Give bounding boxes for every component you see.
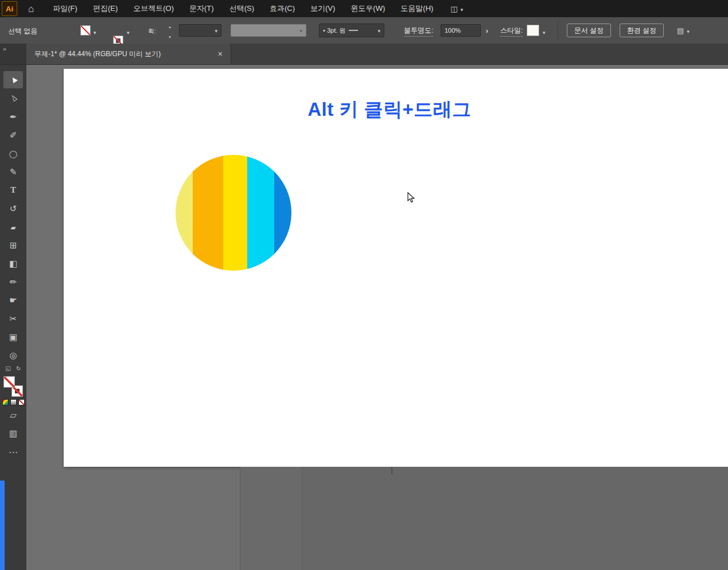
arrange-documents-icon (677, 25, 684, 36)
artboard-tool[interactable] (3, 328, 23, 345)
opacity-panel-arrow[interactable] (483, 25, 491, 36)
artboard (64, 69, 728, 467)
more-tools-icon[interactable] (3, 443, 23, 460)
menu-type[interactable]: 문자(T) (189, 3, 214, 14)
document-tab[interactable]: 무제-1* @ 44.44% (RGB/GPU 미리 보기) × (26, 44, 231, 64)
gradient-tool-icon (9, 259, 17, 268)
rotate-view-icon[interactable] (16, 365, 21, 372)
zoom-tool-icon (9, 351, 17, 360)
style-label[interactable]: 스타일: (500, 26, 523, 37)
pencil-tool-icon (10, 167, 17, 176)
type-tool[interactable] (3, 181, 23, 198)
direct-selection-tool-icon (10, 94, 17, 103)
menu-edit[interactable]: 편집(E) (93, 3, 118, 14)
menu-file[interactable]: 파일(F) (53, 3, 77, 14)
direct-selection-tool[interactable] (3, 89, 23, 107)
chevron-down-icon (461, 3, 464, 14)
eraser-tool[interactable] (3, 218, 23, 235)
color-button[interactable] (2, 399, 9, 405)
menu-view[interactable]: 보기(V) (310, 3, 335, 14)
document-setup-button[interactable]: 문서 설정 (567, 24, 611, 37)
menu-window[interactable]: 윈도우(W) (351, 3, 385, 14)
pen-tool-icon (10, 112, 17, 121)
pen-tool[interactable] (3, 108, 23, 125)
menu-help[interactable]: 도움말(H) (400, 3, 433, 14)
free-transform-tool[interactable] (3, 236, 23, 253)
document-tab-title: 무제-1* @ 44.44% (RGB/GPU 미리 보기) (34, 49, 161, 59)
selection-tool-icon (9, 76, 18, 84)
menu-object[interactable]: 오브젝트(O) (133, 3, 174, 14)
canvas[interactable]: Alt 키 클릭+드래그 (26, 65, 728, 570)
navigate-artboard-icon[interactable] (6, 365, 11, 372)
tab-bar: 무제-1* @ 44.44% (RGB/GPU 미리 보기) × (0, 44, 728, 65)
free-transform-tool-icon (10, 241, 17, 249)
circle-stripe-2 (223, 155, 247, 271)
stepper-down-icon[interactable] (169, 30, 171, 41)
home-icon[interactable] (28, 4, 34, 14)
ellipse-tool-icon (9, 149, 18, 158)
zoom-tool[interactable] (3, 346, 23, 364)
stroke-chevron-icon[interactable] (127, 26, 130, 37)
rotate-tool-icon (10, 204, 17, 213)
selection-status: 선택 없음 (8, 26, 37, 36)
fill-indicator[interactable] (3, 376, 15, 388)
opacity-input[interactable]: 100% (441, 24, 481, 37)
chevron-down-icon (215, 27, 217, 34)
divider (558, 22, 558, 39)
pasteboard-shade-right (302, 467, 728, 570)
selection-tool[interactable] (3, 71, 23, 88)
stepper-up-icon[interactable] (169, 20, 171, 30)
workspace-switcher[interactable] (450, 3, 463, 14)
left-scrollbar[interactable] (0, 481, 5, 570)
rotate-tool[interactable] (3, 200, 23, 217)
chevron-down-icon (299, 27, 302, 34)
eyedropper-tool-icon (10, 278, 17, 286)
workspace-grid-icon (450, 3, 457, 14)
arrange-documents-control[interactable] (677, 25, 690, 36)
draw-mode-icon[interactable] (3, 407, 23, 424)
collapse-panel-icon[interactable] (3, 45, 6, 52)
brush-tool-icon (10, 131, 17, 139)
ellipse-tool[interactable] (3, 145, 23, 162)
chevron-down-icon (687, 25, 690, 36)
canvas-annotation: Alt 키 클릭+드래그 (278, 97, 501, 123)
menu-select[interactable]: 선택(S) (229, 3, 254, 14)
close-tab-icon[interactable]: × (212, 49, 223, 58)
app-icon[interactable]: Ai (2, 1, 17, 16)
slice-tool[interactable] (3, 310, 23, 327)
style-swatch[interactable] (527, 25, 539, 36)
eyedropper-tool[interactable] (3, 273, 23, 290)
menu-effect[interactable]: 효과(C) (270, 3, 295, 14)
app-icon-label: Ai (6, 5, 13, 13)
stroke-weight-label: 획: (148, 27, 156, 36)
artboard-tool-icon (9, 333, 17, 341)
striped-circle[interactable] (176, 155, 291, 271)
gradient-tool[interactable] (3, 255, 23, 272)
menu-items: 파일(F)편집(E)오브젝트(O)문자(T)선택(S)효과(C)보기(V)윈도우… (53, 3, 433, 14)
stroke-weight-stepper[interactable] (166, 24, 173, 37)
circle-stripe-3 (247, 155, 274, 271)
preferences-button[interactable]: 환경 설정 (620, 24, 664, 37)
illustrator-window: Ai 파일(F)편집(E)오브젝트(O)문자(T)선택(S)효과(C)보기(V)… (0, 0, 728, 570)
screen-mode-icon[interactable] (3, 425, 23, 442)
eraser-tool-icon (10, 222, 15, 231)
panel-collapse-strip (0, 44, 26, 64)
pasteboard-shade-mid (240, 467, 302, 570)
hand-tool-icon (9, 296, 17, 304)
circle-stripe-1 (193, 155, 223, 271)
opacity-label[interactable]: 불투명도: (404, 26, 433, 37)
none-button[interactable] (18, 399, 25, 405)
brush-definition-dropdown[interactable]: • 3pt. 원 (319, 24, 384, 37)
chevron-down-icon (377, 27, 380, 34)
hand-tool[interactable] (3, 291, 23, 309)
gradient-button[interactable] (10, 399, 17, 405)
pencil-tool[interactable] (3, 163, 23, 180)
fill-color-swatch[interactable] (80, 25, 91, 36)
brush-tool[interactable] (3, 126, 23, 143)
style-chevron-icon[interactable] (543, 26, 546, 37)
stroke-weight-dropdown[interactable] (179, 24, 221, 37)
menu-bar: Ai 파일(F)편집(E)오브젝트(O)문자(T)선택(S)효과(C)보기(V)… (0, 0, 728, 17)
variable-width-dropdown (231, 24, 306, 37)
fill-chevron-icon[interactable] (94, 26, 96, 37)
mouse-cursor (407, 192, 416, 204)
